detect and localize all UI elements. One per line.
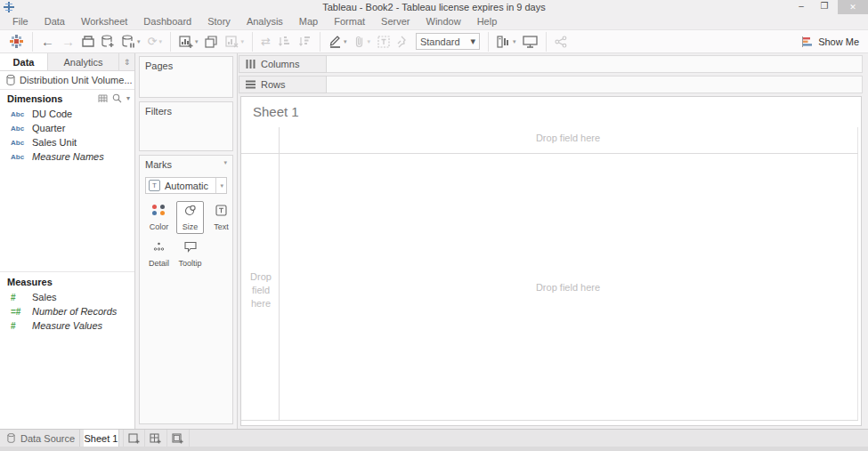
- sheet-view: Sheet 1 Drop field here Drop field here …: [240, 96, 862, 426]
- color-icon: [152, 205, 166, 215]
- datasource-name: Distribution Unit Volume...: [20, 75, 133, 85]
- show-hide-cards-icon[interactable]: ▾: [493, 31, 520, 52]
- new-story-tab-button[interactable]: [167, 430, 190, 447]
- size-button[interactable]: Size: [176, 201, 204, 234]
- minimize-button[interactable]: –: [790, 0, 813, 14]
- new-dashboard-tab-button[interactable]: [145, 430, 167, 447]
- field-label: Sales: [32, 292, 57, 302]
- search-icon[interactable]: [112, 93, 122, 103]
- new-worksheet-tab-button[interactable]: [123, 430, 145, 447]
- menu-map[interactable]: Map: [291, 14, 326, 29]
- highlight-icon[interactable]: ▾: [325, 31, 351, 52]
- pause-auto-updates-icon[interactable]: ▾: [118, 31, 144, 52]
- pane-swap-icon[interactable]: ⇕: [119, 53, 134, 70]
- tableau-logo-icon[interactable]: [5, 31, 28, 52]
- color-label: Color: [150, 222, 169, 231]
- pages-shelf[interactable]: Pages: [139, 56, 233, 98]
- divider: [857, 127, 858, 421]
- clear-sheet-icon[interactable]: ▾: [222, 31, 247, 52]
- new-data-source-icon[interactable]: [98, 31, 118, 52]
- data-source-tab[interactable]: Data Source: [0, 430, 80, 447]
- text-button[interactable]: Text: [207, 201, 235, 234]
- show-me-icon: [802, 36, 814, 47]
- dimension-field[interactable]: Abc Sales Unit: [0, 135, 134, 149]
- chevron-down-icon: ▾: [470, 36, 475, 47]
- dimensions-header: Dimensions ▾: [0, 90, 134, 107]
- menu-window[interactable]: Window: [418, 14, 469, 29]
- presentation-mode-icon[interactable]: [519, 31, 541, 52]
- size-icon: [184, 205, 197, 216]
- columns-shelf-label: Columns: [239, 55, 327, 73]
- undo-icon[interactable]: ←: [37, 31, 58, 52]
- dimension-field[interactable]: Abc Measure Names: [0, 149, 134, 164]
- menu-server[interactable]: Server: [373, 14, 418, 29]
- number-type-icon: #: [11, 293, 27, 302]
- measure-field[interactable]: # Sales: [0, 290, 134, 304]
- sort-descending-icon[interactable]: [295, 31, 315, 52]
- pages-label: Pages: [145, 60, 173, 71]
- measure-field[interactable]: =# Number of Records: [0, 304, 134, 318]
- detail-button[interactable]: Detail: [145, 238, 173, 270]
- dimensions-title: Dimensions: [7, 93, 93, 104]
- new-worksheet-icon[interactable]: ▾: [175, 31, 202, 52]
- restore-button[interactable]: ❐: [813, 0, 836, 14]
- menu-data[interactable]: Data: [37, 14, 73, 29]
- drop-field-center[interactable]: Drop field here: [279, 282, 857, 293]
- divider: [241, 153, 858, 154]
- columns-drop-area[interactable]: [327, 55, 863, 73]
- field-label: Measure Values: [32, 320, 102, 331]
- dimension-field[interactable]: Abc Quarter: [0, 121, 134, 135]
- swap-icon[interactable]: ⇄: [257, 31, 274, 52]
- tab-data[interactable]: Data: [0, 53, 48, 70]
- menu-file[interactable]: File: [4, 14, 37, 29]
- fix-axes-icon[interactable]: [393, 31, 412, 52]
- group-members-icon[interactable]: ▾: [350, 31, 374, 52]
- sheet1-tab[interactable]: Sheet 1: [84, 430, 119, 447]
- datasource-item[interactable]: Distribution Unit Volume...: [0, 71, 134, 90]
- filters-label: Filters: [145, 106, 172, 117]
- menu-format[interactable]: Format: [326, 14, 373, 29]
- redo-icon[interactable]: →: [58, 31, 78, 52]
- save-icon[interactable]: [78, 31, 98, 52]
- rows-drop-area[interactable]: [327, 76, 863, 93]
- fit-selector[interactable]: Standard ▾: [416, 33, 480, 50]
- share-icon[interactable]: [551, 31, 571, 52]
- number-type-icon: #: [11, 321, 27, 331]
- mark-type-dropdown[interactable]: T Automatic ▾: [145, 177, 227, 194]
- fit-selector-value: Standard: [420, 36, 460, 47]
- rows-shelf[interactable]: Rows: [239, 76, 863, 93]
- menu-story[interactable]: Story: [199, 14, 239, 29]
- size-label: Size: [183, 222, 199, 231]
- duplicate-icon[interactable]: [201, 31, 222, 52]
- drop-field-left[interactable]: Drop field here: [246, 270, 276, 310]
- new-worksheet-icon: [128, 433, 141, 444]
- text-icon: [215, 205, 227, 216]
- menu-analysis[interactable]: Analysis: [239, 14, 291, 29]
- sort-ascending-icon[interactable]: [274, 31, 295, 52]
- tab-analytics[interactable]: Analytics: [48, 53, 119, 70]
- database-icon: [7, 433, 15, 443]
- columns-shelf[interactable]: Columns: [239, 55, 863, 73]
- color-button[interactable]: Color: [145, 201, 173, 234]
- refresh-icon[interactable]: ⟳▾: [144, 31, 166, 52]
- tooltip-button[interactable]: Tooltip: [176, 238, 204, 270]
- detail-icon: [153, 241, 165, 253]
- marks-menu-icon[interactable]: ▾: [223, 159, 227, 170]
- view-data-grid-icon[interactable]: [98, 94, 108, 103]
- abc-type-icon: Abc: [11, 153, 27, 161]
- drop-field-top[interactable]: Drop field here: [279, 133, 857, 143]
- menu-help[interactable]: Help: [469, 14, 506, 29]
- menu-dashboard[interactable]: Dashboard: [135, 14, 199, 29]
- measure-field[interactable]: # Measure Values: [0, 318, 134, 333]
- show-me-button[interactable]: Show Me: [802, 36, 859, 47]
- dimension-field[interactable]: Abc DU Code: [0, 107, 134, 121]
- mark-type-value: Automatic: [165, 181, 214, 191]
- menu-worksheet[interactable]: Worksheet: [73, 14, 135, 29]
- chevron-down-icon: ▾: [215, 178, 223, 193]
- close-button[interactable]: ✕: [838, 0, 868, 14]
- data-pane: Data Analytics ⇕ Distribution Unit Volum…: [0, 53, 135, 429]
- sheet-tab-bar: Data Source Sheet 1: [0, 429, 868, 447]
- show-mark-labels-icon[interactable]: [374, 31, 393, 52]
- dimensions-menu-icon[interactable]: ▾: [126, 94, 130, 102]
- filters-shelf[interactable]: Filters: [139, 101, 233, 151]
